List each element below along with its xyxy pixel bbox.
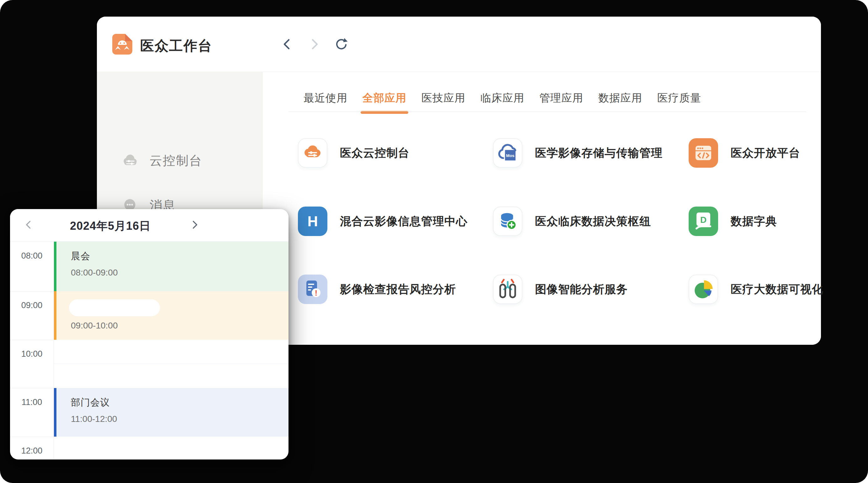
- app-data-dictionary[interactable]: D 数据字典: [689, 206, 777, 236]
- pie-chart-icon: [689, 275, 718, 304]
- browser-nav: [280, 37, 349, 52]
- time-gutter-divider: [54, 242, 54, 459]
- app-image-ai-analysis[interactable]: 图像智能分析服务: [493, 275, 628, 304]
- report-warning-icon: !: [298, 275, 328, 304]
- lungs-icon: [493, 275, 522, 304]
- content-area: 最近使用 全部应用 医技应用 临床应用 管理应用 数据应用 医疗质量 医: [262, 72, 821, 345]
- time-label: 11:00: [10, 397, 54, 407]
- tab-all-apps[interactable]: 全部应用: [363, 91, 406, 105]
- calendar-header: 2024年5月16日: [10, 209, 288, 242]
- calendar-next-day-button[interactable]: [188, 218, 201, 232]
- sidebar-item-cloud-console[interactable]: 云控制台: [121, 149, 202, 172]
- app-pacs[interactable]: Mos 医学影像存储与传输管理: [493, 138, 662, 168]
- cloud-console-icon: [121, 151, 139, 169]
- tab-data-apps[interactable]: 数据应用: [598, 91, 642, 105]
- event-time: 08:00-09:00: [71, 268, 288, 278]
- forward-button[interactable]: [307, 37, 322, 52]
- tab-recently-used[interactable]: 最近使用: [304, 91, 347, 105]
- app-label: 医众云控制台: [340, 146, 409, 161]
- half-hour-line: [54, 363, 288, 364]
- redacted-event-title: [69, 299, 160, 316]
- window-title: 医众工作台: [140, 37, 212, 55]
- app-logo-icon: [112, 34, 132, 55]
- back-button[interactable]: [280, 37, 295, 52]
- green-book-d-icon: D: [689, 206, 718, 236]
- tabs-divider: [288, 111, 806, 112]
- sidebar-item-label: 云控制台: [150, 152, 202, 169]
- calendar-event-department-meeting[interactable]: 部门会议 11:00-12:00: [54, 388, 288, 437]
- app-cloud-console[interactable]: 医众云控制台: [298, 138, 409, 168]
- hour-line: [10, 437, 54, 437]
- app-clinical-data-hub[interactable]: 医众临床数据决策枢纽: [493, 206, 651, 236]
- app-report-risk-analysis[interactable]: ! 影像检查报告风控分析: [298, 275, 456, 304]
- time-label: 10:00: [10, 349, 54, 359]
- calendar-day-view: 晨会 08:00-09:00 09:00-10:00 部门会议 11:00-12…: [10, 242, 288, 459]
- app-label: 医疗大数据可视化: [731, 282, 824, 297]
- calendar-event-redacted[interactable]: 09:00-10:00: [54, 291, 288, 340]
- orange-code-window-icon: [689, 138, 718, 168]
- svg-text:D: D: [700, 215, 707, 225]
- tab-medtech-apps[interactable]: 医技应用: [422, 91, 465, 105]
- refresh-button[interactable]: [334, 37, 349, 52]
- orange-cloud-sliders-icon: [298, 138, 328, 168]
- calendar-panel: 2024年5月16日 晨会 08:00-09:00 09:00-10:00 部门…: [10, 209, 288, 459]
- blue-h-square-icon: H: [298, 206, 328, 236]
- time-label: 12:00: [10, 446, 54, 456]
- app-hybrid-cloud-imaging[interactable]: H 混合云影像信息管理中心: [298, 206, 468, 236]
- time-label: 09:00: [10, 300, 54, 310]
- tab-clinical-apps[interactable]: 临床应用: [480, 91, 524, 105]
- time-label: 08:00: [10, 251, 54, 261]
- app-label: 图像智能分析服务: [535, 282, 628, 297]
- window-header: 医众工作台: [97, 17, 821, 72]
- app-open-platform[interactable]: 医众开放平台: [689, 138, 800, 168]
- app-label: 医众开放平台: [731, 146, 800, 161]
- event-time: 09:00-10:00: [71, 321, 288, 331]
- app-label: 影像检查报告风控分析: [340, 282, 456, 297]
- calendar-event-morning-meeting[interactable]: 晨会 08:00-09:00: [54, 242, 288, 291]
- calendar-prev-day-button[interactable]: [22, 218, 36, 232]
- blue-cloud-mos-icon: Mos: [493, 138, 522, 168]
- app-big-data-visualization[interactable]: 医疗大数据可视化: [689, 275, 824, 304]
- calendar-date-title: 2024年5月16日: [57, 219, 164, 234]
- app-category-tabs: 最近使用 全部应用 医技应用 临床应用 管理应用 数据应用 医疗质量: [304, 88, 701, 108]
- event-title: 晨会: [71, 250, 288, 263]
- database-plus-icon: [493, 206, 522, 236]
- app-label: 医众临床数据决策枢纽: [535, 214, 651, 229]
- page-backdrop: 医众工作台: [0, 0, 868, 483]
- tab-medical-quality[interactable]: 医疗质量: [657, 91, 701, 105]
- event-time: 11:00-12:00: [71, 414, 288, 424]
- hour-line: [10, 291, 54, 291]
- hour-line: [10, 388, 54, 388]
- svg-text:H: H: [307, 213, 318, 229]
- tab-management-apps[interactable]: 管理应用: [539, 91, 583, 105]
- event-title: 部门会议: [71, 396, 288, 409]
- svg-text:Mos: Mos: [506, 153, 515, 158]
- app-label: 混合云影像信息管理中心: [340, 214, 468, 229]
- hour-line: [10, 340, 54, 340]
- app-label: 数据字典: [731, 214, 777, 229]
- svg-text:!: !: [315, 289, 317, 297]
- app-label: 医学影像存储与传输管理: [535, 146, 662, 161]
